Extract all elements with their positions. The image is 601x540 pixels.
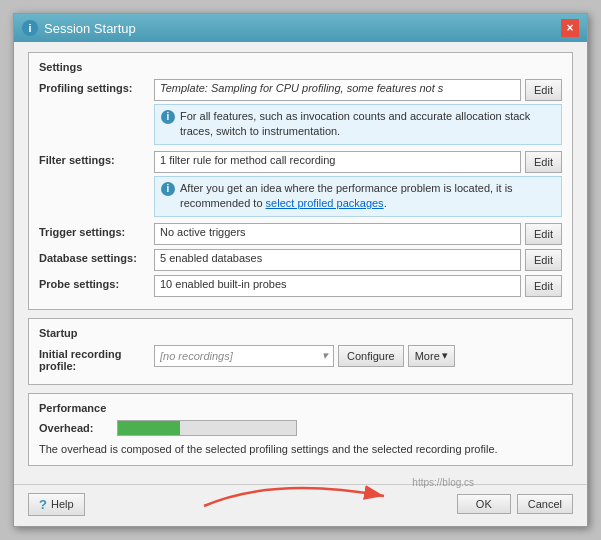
overhead-progress-fill bbox=[118, 421, 180, 435]
footer: ? Help https://blog.cs OK Cancel bbox=[14, 484, 587, 526]
startup-title: Startup bbox=[39, 327, 562, 339]
overhead-description: The overhead is composed of the selected… bbox=[39, 442, 562, 457]
filter-content: 1 filter rule for method call recording … bbox=[154, 151, 562, 217]
cancel-button[interactable]: Cancel bbox=[517, 494, 573, 514]
performance-section: Performance Overhead: The overhead is co… bbox=[28, 393, 573, 466]
help-button[interactable]: ? Help bbox=[28, 493, 85, 516]
window-body: Settings Profiling settings: Template: S… bbox=[14, 42, 587, 484]
title-bar-left: i Session Startup bbox=[22, 20, 136, 36]
profiling-info-box: i For all features, such as invocation c… bbox=[154, 104, 562, 145]
performance-title: Performance bbox=[39, 402, 562, 414]
title-bar: i Session Startup × bbox=[14, 14, 587, 42]
database-content: 5 enabled databases Edit bbox=[154, 249, 562, 271]
filter-info-text: After you get an idea where the performa… bbox=[180, 181, 555, 212]
profiling-label: Profiling settings: bbox=[39, 79, 154, 94]
filter-edit-button[interactable]: Edit bbox=[525, 151, 562, 173]
settings-section: Settings Profiling settings: Template: S… bbox=[28, 52, 573, 310]
profiling-content: Template: Sampling for CPU profiling, so… bbox=[154, 79, 562, 145]
database-value: 5 enabled databases bbox=[154, 249, 521, 271]
filter-info-icon: i bbox=[161, 182, 175, 196]
select-profiled-link[interactable]: select profiled packages bbox=[266, 197, 384, 209]
probe-row: Probe settings: 10 enabled built-in prob… bbox=[39, 275, 562, 297]
probe-label: Probe settings: bbox=[39, 275, 154, 290]
more-chevron-icon: ▾ bbox=[442, 349, 448, 362]
startup-section: Startup Initial recording profile: [no r… bbox=[28, 318, 573, 385]
profiling-info-text: For all features, such as invocation cou… bbox=[180, 109, 555, 140]
profiling-edit-button[interactable]: Edit bbox=[525, 79, 562, 101]
recording-dropdown[interactable]: [no recordings] ▾ bbox=[154, 345, 334, 367]
window-title: Session Startup bbox=[44, 21, 136, 36]
trigger-edit-button[interactable]: Edit bbox=[525, 223, 562, 245]
trigger-value: No active triggers bbox=[154, 223, 521, 245]
database-edit-button[interactable]: Edit bbox=[525, 249, 562, 271]
profiling-info-icon: i bbox=[161, 110, 175, 124]
initial-recording-row: Initial recording profile: [no recording… bbox=[39, 345, 562, 372]
database-label: Database settings: bbox=[39, 249, 154, 264]
probe-inline: 10 enabled built-in probes Edit bbox=[154, 275, 562, 297]
trigger-label: Trigger settings: bbox=[39, 223, 154, 238]
database-row: Database settings: 5 enabled databases E… bbox=[39, 249, 562, 271]
more-button[interactable]: More ▾ bbox=[408, 345, 455, 367]
overhead-progress-bar bbox=[117, 420, 297, 436]
configure-button[interactable]: Configure bbox=[338, 345, 404, 367]
filter-value: 1 filter rule for method call recording bbox=[154, 151, 521, 173]
initial-recording-label: Initial recording profile: bbox=[39, 345, 154, 372]
profiling-inline: Template: Sampling for CPU profiling, so… bbox=[154, 79, 562, 101]
app-icon: i bbox=[22, 20, 38, 36]
help-icon: ? bbox=[39, 497, 47, 512]
profiling-value: Template: Sampling for CPU profiling, so… bbox=[154, 79, 521, 101]
dropdown-chevron-icon: ▾ bbox=[322, 349, 328, 362]
close-button[interactable]: × bbox=[561, 19, 579, 37]
probe-content: 10 enabled built-in probes Edit bbox=[154, 275, 562, 297]
overhead-label: Overhead: bbox=[39, 422, 109, 434]
initial-recording-inline: [no recordings] ▾ Configure More ▾ bbox=[154, 345, 562, 367]
overhead-row: Overhead: bbox=[39, 420, 562, 436]
database-inline: 5 enabled databases Edit bbox=[154, 249, 562, 271]
filter-info-box: i After you get an idea where the perfor… bbox=[154, 176, 562, 217]
trigger-content: No active triggers Edit bbox=[154, 223, 562, 245]
probe-edit-button[interactable]: Edit bbox=[525, 275, 562, 297]
trigger-row: Trigger settings: No active triggers Edi… bbox=[39, 223, 562, 245]
ok-button[interactable]: OK bbox=[457, 494, 511, 514]
filter-inline: 1 filter rule for method call recording … bbox=[154, 151, 562, 173]
settings-title: Settings bbox=[39, 61, 562, 73]
footer-right: OK Cancel bbox=[457, 494, 573, 514]
profiling-row: Profiling settings: Template: Sampling f… bbox=[39, 79, 562, 145]
probe-value: 10 enabled built-in probes bbox=[154, 275, 521, 297]
trigger-inline: No active triggers Edit bbox=[154, 223, 562, 245]
session-startup-window: i Session Startup × Settings Profiling s… bbox=[13, 13, 588, 527]
filter-row: Filter settings: 1 filter rule for metho… bbox=[39, 151, 562, 217]
filter-label: Filter settings: bbox=[39, 151, 154, 166]
